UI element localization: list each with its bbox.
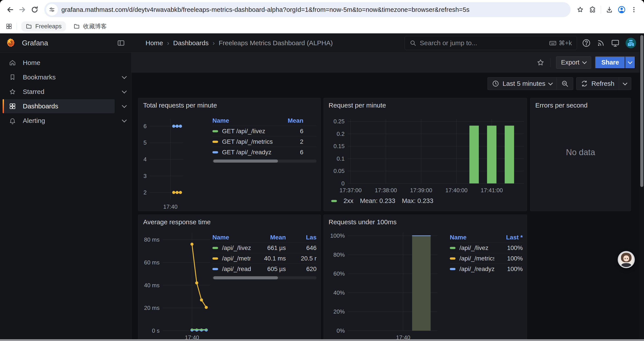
breadcrumb-item[interactable]: Home <box>146 39 163 47</box>
bookmark-folder-freeleaps[interactable]: Freeleaps <box>21 21 66 32</box>
legend-row[interactable]: /api/_/metrics100% <box>450 253 523 263</box>
screen-bottom-edge <box>0 339 644 341</box>
series-color-pill <box>212 247 218 249</box>
legend-column-header[interactable]: Name <box>212 234 251 241</box>
panel-title[interactable]: Request per minute <box>324 98 527 113</box>
legend-scrollbar-thumb[interactable] <box>213 160 278 163</box>
zoom-out-button[interactable] <box>556 78 573 90</box>
forward-button[interactable] <box>16 4 28 16</box>
news-button[interactable] <box>596 38 606 48</box>
chevron-down-icon[interactable] <box>122 74 127 79</box>
legend-row[interactable]: GET /api/_/livez6 <box>212 126 316 136</box>
series-value: 100% <box>494 244 523 251</box>
panel-title[interactable]: Errors per second <box>530 98 631 113</box>
panel-title[interactable]: Requests under 100ms <box>324 215 527 229</box>
legend-row[interactable]: /api/_/readyz605 µs620 <box>212 263 316 274</box>
legend-scrollbar-thumb[interactable] <box>213 276 278 279</box>
legend-scrollbar[interactable] <box>212 276 316 279</box>
bookmark-folder-blogs[interactable]: 收藏博客 <box>69 21 111 32</box>
profile-button[interactable] <box>616 4 628 16</box>
sidebar-item-label: Alerting <box>23 117 45 124</box>
page-scrollbar[interactable] <box>640 33 644 341</box>
breadcrumb: Home›Dashboards›Freeleaps Metrics Dashbo… <box>146 39 333 47</box>
chevron-down-icon[interactable] <box>122 88 127 94</box>
legend-column-header[interactable]: Mean <box>286 117 316 124</box>
legend-column-header[interactable]: Name <box>450 234 494 241</box>
collapse-sidebar-button[interactable] <box>117 39 125 47</box>
chevron-down-icon[interactable] <box>122 117 127 122</box>
series-name: 2xx <box>344 197 353 204</box>
refresh-button[interactable]: Refresh <box>576 78 619 90</box>
keyboard-icon <box>549 39 556 47</box>
reload-button[interactable] <box>28 4 41 16</box>
svg-text:0: 0 <box>342 180 344 187</box>
svg-text:2: 2 <box>144 189 147 196</box>
reload-icon <box>31 6 38 14</box>
series-color-pill <box>212 151 218 153</box>
help-button[interactable] <box>581 38 592 48</box>
series-color-pill <box>212 268 218 270</box>
svg-text:17:38:00: 17:38:00 <box>375 187 397 194</box>
series-stat: Max: 0.233 <box>402 197 433 204</box>
bookmark-page-button[interactable] <box>574 4 586 16</box>
sidebar-item-dashboards[interactable]: Dashboards <box>3 99 115 113</box>
panel-title[interactable]: Average response time <box>138 215 320 229</box>
share-button[interactable]: Share <box>595 56 625 69</box>
sidebar-item-bookmarks[interactable]: Bookmarks <box>3 70 115 84</box>
legend-column-header[interactable]: Last * <box>494 234 523 241</box>
time-range-button[interactable]: Last 5 minutes <box>488 78 556 90</box>
profile-icon <box>618 6 626 14</box>
toolbar-divider <box>601 6 601 14</box>
browser-menu-button[interactable] <box>628 4 640 16</box>
svg-text:6: 6 <box>144 123 147 129</box>
share-dropdown-button[interactable] <box>625 56 635 69</box>
sidebar-item-alerting[interactable]: Alerting <box>3 114 115 128</box>
kiosk-mode-button[interactable] <box>610 38 620 48</box>
svg-text:5: 5 <box>144 139 147 146</box>
svg-text:4: 4 <box>144 156 147 163</box>
breadcrumb-item[interactable]: Dashboards <box>173 39 209 47</box>
star-dashboard-button[interactable] <box>536 59 544 67</box>
legend-row[interactable]: /api/_/metrics40.1 ms20.5 r <box>212 253 316 263</box>
sidebar-item-starred[interactable]: Starred <box>3 85 115 99</box>
series-value: 620 <box>286 265 316 272</box>
back-icon <box>6 6 14 14</box>
extensions-button[interactable] <box>586 4 599 16</box>
apps-grid-icon[interactable] <box>6 23 12 30</box>
url-bar[interactable]: grafana.mathmast.com/d/deytv4rwavabkb/fr… <box>44 2 570 17</box>
series-name: /api/_/metrics <box>460 255 494 262</box>
refresh-icon <box>581 80 588 87</box>
legend-row[interactable]: /api/_/livez661 µs646 <box>212 242 316 253</box>
downloads-button[interactable] <box>603 4 616 16</box>
assistant-avatar[interactable] <box>618 251 635 268</box>
refresh-interval-dropdown[interactable] <box>619 78 631 90</box>
sidebar-item-home[interactable]: Home <box>3 56 115 70</box>
panel-title[interactable]: Total requests per minute <box>138 98 320 113</box>
chevron-down-icon <box>582 60 587 64</box>
legend-row[interactable]: GET /api/_/readyz6 <box>212 147 316 157</box>
avatar-pixel-icon <box>626 38 636 48</box>
back-button[interactable] <box>4 4 16 16</box>
legend-inline[interactable]: 2xxMean: 0.233Max: 0.233 <box>331 197 433 204</box>
legend-column-header[interactable]: Name <box>212 117 286 124</box>
chevron-down-icon <box>548 81 553 85</box>
legend-row[interactable]: GET /api/_/metrics2 <box>212 136 316 147</box>
dashboard-canvas: Last 5 minutes Refresh <box>132 72 644 341</box>
brand-area: Grafana <box>0 38 132 48</box>
legend-column-header[interactable]: Las <box>286 234 316 241</box>
chevron-down-icon[interactable] <box>122 103 127 108</box>
site-info-button[interactable] <box>46 4 58 16</box>
zoom-out-icon <box>561 80 568 87</box>
svg-text:20%: 20% <box>334 308 345 315</box>
legend-row[interactable]: /api/_/readyz100% <box>450 263 523 274</box>
svg-text:17:40:00: 17:40:00 <box>446 187 468 194</box>
scrollbar-thumb[interactable] <box>640 35 643 187</box>
legend-column-header[interactable]: Mean <box>251 234 286 241</box>
url-text: grafana.mathmast.com/d/deytv4rwavabkb/fr… <box>62 6 470 14</box>
search-input[interactable]: Search or jump to... ⌘+k <box>405 36 577 50</box>
legend-scrollbar[interactable] <box>212 160 316 163</box>
export-button[interactable]: Export <box>556 56 592 69</box>
user-avatar[interactable] <box>626 38 636 48</box>
legend-row[interactable]: /api/_/livez100% <box>450 242 523 253</box>
breadcrumb-item[interactable]: Freeleaps Metrics Dashboard (ALPHA) <box>219 39 333 47</box>
